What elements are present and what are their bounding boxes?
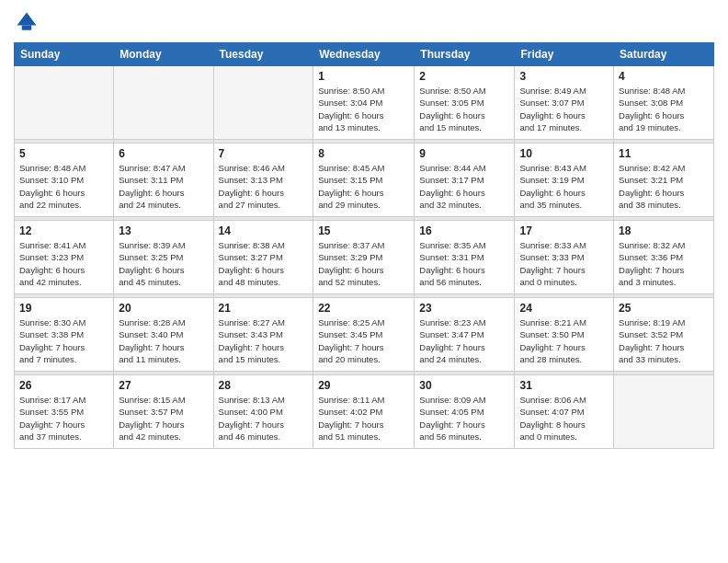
day-number: 17	[519, 224, 609, 237]
day-number: 11	[619, 147, 709, 160]
day-number: 16	[419, 224, 509, 237]
calendar-cell	[114, 66, 213, 140]
page: SundayMondayTuesdayWednesdayThursdayFrid…	[0, 0, 728, 563]
calendar-cell: 28Sunrise: 8:13 AMSunset: 4:00 PMDayligh…	[213, 375, 313, 449]
day-info: Sunrise: 8:35 AMSunset: 3:31 PMDaylight:…	[419, 239, 509, 288]
calendar-table: SundayMondayTuesdayWednesdayThursdayFrid…	[14, 42, 714, 449]
calendar-cell: 26Sunrise: 8:17 AMSunset: 3:55 PMDayligh…	[15, 375, 114, 449]
day-number: 25	[619, 302, 709, 315]
day-number: 4	[619, 70, 709, 83]
col-header-thursday: Thursday	[415, 43, 515, 66]
week-row-1: 1Sunrise: 8:50 AMSunset: 3:04 PMDaylight…	[15, 66, 714, 140]
day-number: 26	[19, 379, 108, 392]
calendar-cell: 4Sunrise: 8:48 AMSunset: 3:08 PMDaylight…	[614, 66, 714, 140]
week-row-2: 5Sunrise: 8:48 AMSunset: 3:10 PMDaylight…	[15, 144, 714, 217]
day-info: Sunrise: 8:39 AMSunset: 3:25 PMDaylight:…	[119, 239, 208, 288]
day-number: 7	[219, 147, 309, 160]
day-info: Sunrise: 8:28 AMSunset: 3:40 PMDaylight:…	[119, 316, 208, 365]
day-info: Sunrise: 8:17 AMSunset: 3:55 PMDaylight:…	[19, 394, 108, 442]
day-number: 27	[119, 379, 208, 392]
calendar-cell: 16Sunrise: 8:35 AMSunset: 3:31 PMDayligh…	[415, 221, 515, 294]
day-number: 18	[619, 224, 709, 237]
calendar-cell: 5Sunrise: 8:48 AMSunset: 3:10 PMDaylight…	[15, 144, 114, 217]
day-number: 5	[19, 147, 108, 160]
day-number: 24	[519, 302, 609, 315]
day-info: Sunrise: 8:11 AMSunset: 4:02 PMDaylight:…	[318, 394, 409, 442]
day-info: Sunrise: 8:48 AMSunset: 3:08 PMDaylight:…	[619, 85, 709, 133]
col-header-sunday: Sunday	[15, 43, 114, 66]
day-number: 20	[119, 302, 208, 315]
logo-icon	[14, 9, 40, 35]
calendar-cell: 8Sunrise: 8:45 AMSunset: 3:15 PMDaylight…	[313, 144, 415, 217]
calendar-cell: 15Sunrise: 8:37 AMSunset: 3:29 PMDayligh…	[313, 221, 415, 294]
day-number: 12	[19, 224, 108, 237]
day-info: Sunrise: 8:49 AMSunset: 3:07 PMDaylight:…	[519, 85, 609, 133]
week-row-4: 19Sunrise: 8:30 AMSunset: 3:38 PMDayligh…	[15, 298, 714, 372]
day-number: 13	[119, 224, 208, 237]
calendar-cell: 13Sunrise: 8:39 AMSunset: 3:25 PMDayligh…	[114, 221, 213, 294]
week-row-3: 12Sunrise: 8:41 AMSunset: 3:23 PMDayligh…	[15, 221, 714, 294]
calendar-cell: 9Sunrise: 8:44 AMSunset: 3:17 PMDaylight…	[415, 144, 515, 217]
day-number: 1	[318, 70, 409, 83]
day-info: Sunrise: 8:21 AMSunset: 3:50 PMDaylight:…	[519, 316, 609, 365]
calendar-cell: 7Sunrise: 8:46 AMSunset: 3:13 PMDaylight…	[213, 144, 313, 217]
day-info: Sunrise: 8:09 AMSunset: 4:05 PMDaylight:…	[419, 394, 509, 442]
day-number: 31	[519, 379, 609, 392]
calendar-cell: 12Sunrise: 8:41 AMSunset: 3:23 PMDayligh…	[15, 221, 114, 294]
col-header-friday: Friday	[515, 43, 614, 66]
calendar-cell: 3Sunrise: 8:49 AMSunset: 3:07 PMDaylight…	[515, 66, 614, 140]
col-header-tuesday: Tuesday	[213, 43, 313, 66]
week-row-5: 26Sunrise: 8:17 AMSunset: 3:55 PMDayligh…	[15, 375, 714, 449]
calendar-cell: 6Sunrise: 8:47 AMSunset: 3:11 PMDaylight…	[114, 144, 213, 217]
day-info: Sunrise: 8:25 AMSunset: 3:45 PMDaylight:…	[318, 316, 409, 365]
calendar-cell: 21Sunrise: 8:27 AMSunset: 3:43 PMDayligh…	[213, 298, 313, 372]
calendar-cell	[614, 375, 714, 449]
day-number: 29	[318, 379, 409, 392]
day-info: Sunrise: 8:19 AMSunset: 3:52 PMDaylight:…	[619, 316, 709, 365]
day-number: 21	[219, 302, 309, 315]
svg-rect-1	[22, 26, 32, 30]
day-info: Sunrise: 8:43 AMSunset: 3:19 PMDaylight:…	[519, 162, 609, 211]
calendar-cell	[15, 66, 114, 140]
day-number: 22	[318, 302, 409, 315]
day-number: 2	[419, 70, 509, 83]
day-info: Sunrise: 8:06 AMSunset: 4:07 PMDaylight:…	[519, 394, 609, 442]
day-info: Sunrise: 8:23 AMSunset: 3:47 PMDaylight:…	[419, 316, 509, 365]
day-info: Sunrise: 8:42 AMSunset: 3:21 PMDaylight:…	[619, 162, 709, 211]
day-number: 15	[318, 224, 409, 237]
calendar-cell: 14Sunrise: 8:38 AMSunset: 3:27 PMDayligh…	[213, 221, 313, 294]
day-number: 3	[519, 70, 609, 83]
calendar-cell: 10Sunrise: 8:43 AMSunset: 3:19 PMDayligh…	[515, 144, 614, 217]
header	[14, 9, 714, 35]
day-info: Sunrise: 8:33 AMSunset: 3:33 PMDaylight:…	[519, 239, 609, 288]
calendar-cell: 31Sunrise: 8:06 AMSunset: 4:07 PMDayligh…	[515, 375, 614, 449]
calendar-cell: 30Sunrise: 8:09 AMSunset: 4:05 PMDayligh…	[415, 375, 515, 449]
day-number: 6	[119, 147, 208, 160]
day-number: 10	[519, 147, 609, 160]
calendar-cell: 23Sunrise: 8:23 AMSunset: 3:47 PMDayligh…	[415, 298, 515, 372]
day-number: 30	[419, 379, 509, 392]
calendar-cell: 22Sunrise: 8:25 AMSunset: 3:45 PMDayligh…	[313, 298, 415, 372]
day-info: Sunrise: 8:46 AMSunset: 3:13 PMDaylight:…	[219, 162, 309, 211]
calendar-cell: 20Sunrise: 8:28 AMSunset: 3:40 PMDayligh…	[114, 298, 213, 372]
day-info: Sunrise: 8:38 AMSunset: 3:27 PMDaylight:…	[219, 239, 309, 288]
calendar-cell: 11Sunrise: 8:42 AMSunset: 3:21 PMDayligh…	[614, 144, 714, 217]
day-number: 23	[419, 302, 509, 315]
day-info: Sunrise: 8:44 AMSunset: 3:17 PMDaylight:…	[419, 162, 509, 211]
calendar-cell: 2Sunrise: 8:50 AMSunset: 3:05 PMDaylight…	[415, 66, 515, 140]
calendar-cell: 25Sunrise: 8:19 AMSunset: 3:52 PMDayligh…	[614, 298, 714, 372]
day-number: 28	[219, 379, 309, 392]
day-info: Sunrise: 8:41 AMSunset: 3:23 PMDaylight:…	[19, 239, 108, 288]
calendar-cell: 17Sunrise: 8:33 AMSunset: 3:33 PMDayligh…	[515, 221, 614, 294]
day-info: Sunrise: 8:13 AMSunset: 4:00 PMDaylight:…	[219, 394, 309, 442]
day-info: Sunrise: 8:48 AMSunset: 3:10 PMDaylight:…	[19, 162, 108, 211]
day-info: Sunrise: 8:30 AMSunset: 3:38 PMDaylight:…	[19, 316, 108, 365]
day-number: 14	[219, 224, 309, 237]
calendar-cell: 29Sunrise: 8:11 AMSunset: 4:02 PMDayligh…	[313, 375, 415, 449]
day-number: 8	[318, 147, 409, 160]
svg-marker-0	[17, 13, 37, 26]
calendar-header-row: SundayMondayTuesdayWednesdayThursdayFrid…	[15, 43, 714, 66]
calendar-cell: 1Sunrise: 8:50 AMSunset: 3:04 PMDaylight…	[313, 66, 415, 140]
calendar-cell: 27Sunrise: 8:15 AMSunset: 3:57 PMDayligh…	[114, 375, 213, 449]
calendar-cell: 24Sunrise: 8:21 AMSunset: 3:50 PMDayligh…	[515, 298, 614, 372]
